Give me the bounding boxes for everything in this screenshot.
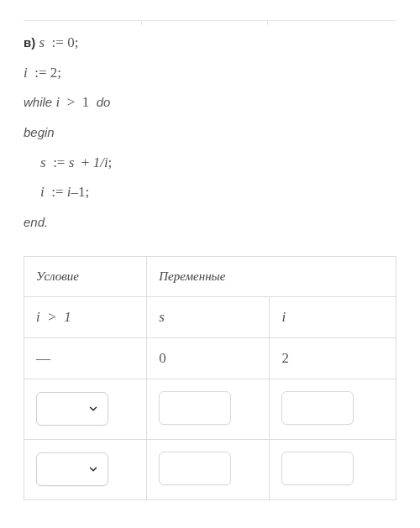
code-line-while: while i > 1 do <box>24 87 396 118</box>
header-variables: Переменные <box>147 256 396 296</box>
table-header-row: Условие Переменные <box>24 256 396 296</box>
cell-cond-input-2 <box>24 439 147 499</box>
pseudocode-block: в) s := 0; i := 2; while i > 1 do begin … <box>24 28 396 238</box>
s-input-1[interactable] <box>159 391 231 425</box>
cell-s-initial: 0 <box>147 337 270 379</box>
b1-lhs: s <box>40 154 46 170</box>
cell-i-input-2 <box>270 439 396 499</box>
val-2: 2 <box>50 65 58 81</box>
header-condition: Условие <box>24 256 147 296</box>
cell-i-input-1 <box>270 379 396 439</box>
trace-table: Условие Переменные i > 1 s i — 0 2 <box>24 256 396 500</box>
sub-i: i <box>281 309 286 325</box>
kw-while: while <box>24 95 52 109</box>
subheader-i: i <box>270 296 396 337</box>
table-row-input-2 <box>24 439 396 499</box>
condition-dropdown-2[interactable] <box>36 452 108 486</box>
code-line-1: в) s := 0; <box>24 28 396 58</box>
cell-i-initial: 2 <box>270 337 396 379</box>
table-subheader-row: i > 1 s i <box>24 296 396 337</box>
b1-b: 1/i <box>93 154 108 170</box>
s-input-2[interactable] <box>159 452 231 485</box>
subheader-condition: i > 1 <box>24 296 147 337</box>
table-row-input-1 <box>24 379 396 439</box>
subheader-s: s <box>147 296 270 337</box>
cell-cond-initial: — <box>24 337 147 379</box>
chevron-down-icon <box>87 403 99 415</box>
problem-label: в) <box>24 35 35 50</box>
b1-a: s <box>69 154 75 170</box>
table-row-initial: — 0 2 <box>24 337 396 379</box>
sub-s: s <box>159 309 165 325</box>
cell-s-input-1 <box>147 379 270 439</box>
condition-dropdown-1[interactable] <box>36 392 108 426</box>
cond-lhs: i <box>55 94 60 110</box>
sub-cond-rhs: 1 <box>64 309 71 325</box>
val-0: 0 <box>67 34 75 50</box>
b2-lhs: i <box>40 184 45 200</box>
code-line-end: end. <box>24 207 396 238</box>
i-input-1[interactable] <box>281 391 354 425</box>
kw-do: do <box>97 95 111 109</box>
var-i: i <box>24 65 28 81</box>
code-line-body2: i := i–1; <box>24 177 396 207</box>
sub-cond-op: > <box>47 309 56 325</box>
top-divider <box>24 20 396 21</box>
cell-s-input-2 <box>147 439 270 499</box>
b2-a: i <box>67 184 71 200</box>
code-line-2: i := 2; <box>24 58 396 88</box>
kw-begin: begin <box>24 125 55 139</box>
cond-op: > <box>67 94 76 110</box>
b2-b: 1 <box>78 184 86 200</box>
chevron-down-icon <box>87 463 99 475</box>
i-input-2[interactable] <box>281 452 354 485</box>
sub-cond-lhs: i <box>36 309 40 325</box>
cell-cond-input-1 <box>24 379 147 439</box>
code-line-begin: begin <box>24 118 396 148</box>
kw-end: end. <box>24 215 48 229</box>
var-s: s <box>39 34 45 50</box>
cond-rhs: 1 <box>82 94 90 110</box>
code-line-body1: s := s + 1/i; <box>24 148 396 178</box>
